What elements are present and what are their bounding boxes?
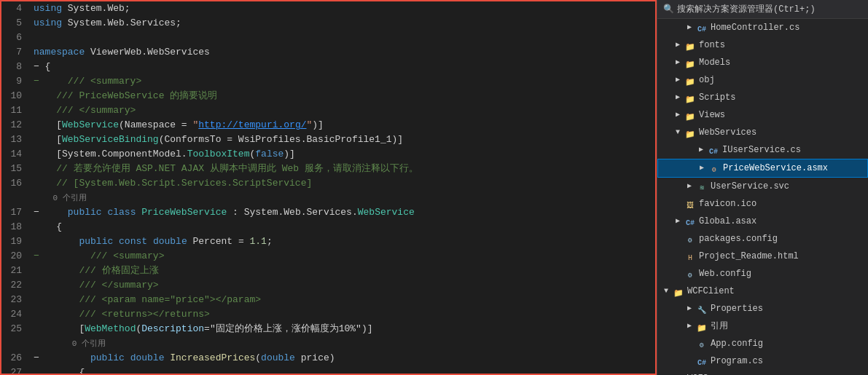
code-line: // [System.Web.Script.Services.ScriptSer… [34, 176, 639, 191]
arrow-icon [684, 319, 695, 333]
arrow-icon [696, 161, 708, 175]
ico-icon: 🖼 [684, 199, 697, 209]
folder-icon: 📁 [684, 75, 697, 85]
cs-icon: C# [695, 23, 708, 33]
code-line: [WebServiceBinding(ConformsTo = WsiProfi… [34, 133, 639, 147]
sidebar-item-wcfclient-props[interactable]: 🔧 Properties [657, 300, 868, 317]
arrow-icon [684, 301, 695, 316]
folder-icon: 📁 [684, 58, 697, 68]
sidebar-item-wcfclient-ref[interactable]: 📁 引用 [657, 317, 868, 335]
props-icon: 🔧 [695, 304, 708, 314]
solution-explorer-content[interactable]: C# HomeController.cs 📁 fonts 📁 Models 📁 … [657, 19, 868, 375]
arrow-icon [672, 73, 684, 87]
folder-icon: 📁 [672, 286, 685, 296]
asmx-icon: ⚙ [708, 163, 721, 173]
line-numbers: 4 5 6 7 8 9 10 11 12 13 14 15 16 17 18 1… [1, 1, 28, 374]
sidebar-item-wcfclient-appconfig[interactable]: ⚙ App.config [657, 335, 868, 352]
arrow-icon [672, 214, 684, 229]
code-line: /// <returns></returns> [34, 307, 639, 322]
sidebar-item-favicon[interactable]: 🖼 favicon.ico [657, 195, 868, 213]
cs-icon: C# [695, 356, 708, 366]
code-line: − /// <summary> [34, 74, 639, 89]
config-icon: ⚙ [684, 234, 697, 244]
ref-count-line: 0 个引用 [34, 191, 639, 205]
code-line [34, 31, 639, 45]
folder-icon: 📁 [695, 321, 708, 331]
search-icon: 🔍 [663, 4, 674, 15]
cs-icon: C# [707, 145, 720, 155]
code-line: /// <param name="price"></param> [34, 293, 639, 307]
sidebar-item-scripts[interactable]: 📁 Scripts [657, 89, 868, 106]
arrow-icon [672, 90, 684, 105]
sidebar-item-fonts[interactable]: 📁 fonts [657, 36, 868, 54]
code-line: − public double IncreasedPrices(double p… [34, 351, 639, 366]
code-line: // 若要允许使用 ASP.NET AJAX 从脚本中调用此 Web 服务，请取… [34, 162, 639, 176]
sidebar-item-packages[interactable]: ⚙ packages.config [657, 230, 868, 248]
code-line: /// </summary> [34, 278, 639, 293]
config-icon: ⚙ [695, 339, 708, 349]
code-line: using System.Web.Services; [34, 16, 639, 31]
arrow-icon [684, 179, 695, 194]
code-line: [WebService(Namespace = "http://tempuri.… [34, 118, 639, 133]
code-editor: 4 5 6 7 8 9 10 11 12 13 14 15 16 17 18 1… [0, 0, 657, 375]
arrow-icon [672, 38, 684, 52]
code-line: public const double Percent = 1.1; [34, 234, 639, 249]
code-line: [WebMethod(Description="固定的价格上涨，涨价幅度为10%… [34, 322, 639, 336]
arrow-icon [672, 55, 684, 70]
code-line: using System.Web; [34, 1, 639, 16]
config-icon: ⚙ [684, 269, 697, 279]
arrow-icon [660, 371, 672, 375]
cs-icon: C# [684, 216, 697, 226]
sidebar-item-wcfclient-prog[interactable]: C# Program.cs [657, 352, 868, 370]
solution-explorer-panel: 🔍 搜索解决方案资源管理器(Ctrl+;) C# HomeController.… [657, 0, 868, 375]
scrollbar[interactable] [645, 1, 655, 374]
code-line: − /// <summary> [34, 249, 639, 264]
solution-explorer-title: 搜索解决方案资源管理器(Ctrl+;) [677, 3, 816, 15]
html-icon: H [684, 251, 697, 261]
folder-icon: 📁 [684, 127, 697, 138]
code-line: namespace ViewerWeb.WebServices [34, 45, 639, 60]
sidebar-item-readme[interactable]: H Project_Readme.html [657, 248, 868, 265]
arrow-icon [660, 284, 672, 299]
ref-count-line-2: 0 个引用 [34, 336, 639, 351]
code-line: { [34, 366, 639, 374]
code-line: − { [34, 60, 639, 74]
solution-explorer-header: 🔍 搜索解决方案资源管理器(Ctrl+;) [657, 0, 868, 19]
folder-icon: 📁 [684, 110, 697, 120]
code-line: [System.ComponentModel.ToolboxItem(false… [34, 147, 639, 162]
code-line: { [34, 220, 639, 234]
sidebar-item-models[interactable]: 📁 Models [657, 54, 868, 71]
sidebar-item-global[interactable]: C# Global.asax [657, 213, 868, 230]
sidebar-item-iuserservice[interactable]: C# IUserService.cs [657, 141, 868, 159]
sidebar-item-homecontroller[interactable]: C# HomeController.cs [657, 19, 868, 36]
arrow-icon [672, 125, 684, 140]
code-line: /// </summary> [34, 103, 639, 118]
sidebar-item-wcfserver[interactable]: 📁 WCFServer [657, 370, 868, 375]
sidebar-item-userservice[interactable]: ≋ UserService.svc [657, 178, 868, 195]
arrow-icon [695, 143, 707, 157]
sidebar-item-pricewebservice[interactable]: ⚙ PriceWebService.asmx [657, 159, 868, 178]
folder-icon: 📁 [684, 40, 697, 50]
sidebar-item-obj[interactable]: 📁 obj [657, 71, 868, 89]
code-content[interactable]: using System.Web; using System.Web.Servi… [28, 1, 645, 374]
sidebar-item-webconfig[interactable]: ⚙ Web.config [657, 265, 868, 283]
arrow-icon [672, 108, 684, 122]
sidebar-item-views[interactable]: 📁 Views [657, 106, 868, 124]
code-area: 4 5 6 7 8 9 10 11 12 13 14 15 16 17 18 1… [1, 1, 655, 374]
code-line: − public class PriceWebService : System.… [34, 205, 639, 220]
sidebar-item-wcfclient[interactable]: 📁 WCFClient [657, 283, 868, 300]
folder-icon: 📁 [684, 92, 697, 103]
code-line: /// 价格固定上涨 [34, 264, 639, 278]
code-line: /// PriceWebService 的摘要说明 [34, 89, 639, 103]
arrow-icon [684, 20, 695, 35]
sidebar-item-webservices[interactable]: 📁 WebServices [657, 124, 868, 141]
svc-icon: ≋ [695, 181, 708, 192]
